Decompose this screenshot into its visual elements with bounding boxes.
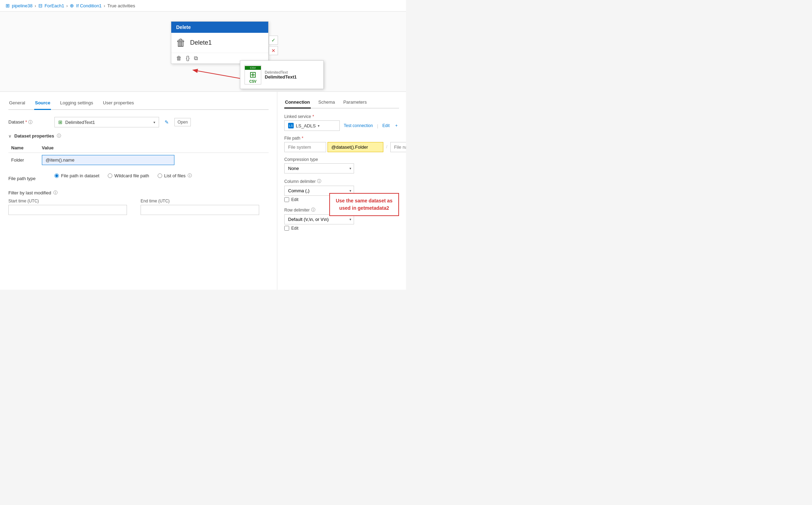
tab-schema[interactable]: Schema — [318, 97, 336, 109]
compression-type-select-wrapper: None GZip Deflate — [284, 163, 354, 173]
collapse-icon[interactable]: ∨ — [8, 134, 12, 139]
test-connection-button[interactable]: Test connection — [343, 122, 374, 129]
tab-source[interactable]: Source — [34, 97, 51, 110]
column-delimiter-info-icon[interactable]: ⓘ — [317, 178, 321, 184]
col-name: Name — [8, 143, 39, 153]
start-time-label: Start time (UTC) — [8, 199, 136, 203]
tab-logging[interactable]: Logging settings — [59, 97, 94, 110]
dataset-info-icon[interactable]: ⓘ — [28, 120, 32, 125]
radio-list-of-files[interactable]: List of files ⓘ — [158, 173, 192, 179]
linked-service-row: LS LS_ADLS ▾ Test connection | Edit + — [284, 120, 399, 131]
filename-input[interactable] — [390, 142, 406, 152]
prop-name-folder: Folder — [8, 153, 39, 168]
delete-card-name: Delete1 — [190, 39, 212, 46]
dataset-name: DelimitedText1 — [265, 74, 297, 80]
dataset-dropdown-arrow: ▾ — [153, 120, 155, 124]
filesystem-input[interactable] — [284, 142, 326, 152]
dataset-properties-title: Dataset properties — [14, 133, 54, 139]
canvas-area: Delete 🗑 Delete1 🗑 {} ⧉ ✓ ✕ CSV ⊞ CSV — [0, 12, 406, 92]
breadcrumb-foreach[interactable]: ForEach1 — [45, 3, 64, 8]
delete-card-header: Delete — [171, 22, 268, 33]
delete-card: Delete 🗑 Delete1 🗑 {} ⧉ ✓ ✕ — [171, 21, 269, 64]
pipeline-icon: ⊞ — [6, 3, 10, 8]
ls-value: LS_ADLS — [296, 123, 316, 128]
delete-card-actions: ✓ ✕ — [269, 36, 278, 55]
linked-service-required: * — [313, 114, 314, 119]
compression-type-field: Compression type None GZip Deflate — [284, 157, 399, 173]
list-of-files-info-icon[interactable]: ⓘ — [188, 173, 192, 179]
delete-toolbar-copy-icon[interactable]: ⧉ — [194, 55, 198, 61]
delete-toolbar-delete-icon[interactable]: 🗑 — [176, 55, 182, 61]
confirm-button[interactable]: ✓ — [269, 36, 278, 45]
breadcrumb: ⊞ pipeline38 › ⊟ ForEach1 › ⊕ If Conditi… — [0, 0, 406, 12]
linked-service-label: Linked service * — [284, 114, 399, 119]
time-inputs: Start time (UTC) End time (UTC) — [8, 199, 269, 215]
end-time-label: End time (UTC) — [141, 199, 269, 203]
delete-toolbar-code-icon[interactable]: {} — [186, 55, 190, 61]
folder-value-input[interactable] — [42, 155, 174, 165]
linked-service-select[interactable]: LS LS_ADLS ▾ — [284, 120, 340, 131]
filter-label: Filter by last modified ⓘ — [8, 190, 269, 196]
delete-large-icon: 🗑 — [176, 37, 186, 49]
delete-card-title: Delete — [176, 24, 191, 30]
dataset-label: Dataset * ⓘ — [8, 119, 50, 125]
breadcrumb-sep-3: › — [104, 3, 105, 8]
right-tabs: Connection Schema Parameters — [284, 97, 399, 109]
prop-value-folder — [39, 153, 269, 168]
callout-box: Use the same dataset as used in getmetad… — [329, 193, 399, 216]
bottom-panel: General Source Logging settings User pro… — [0, 92, 406, 290]
compression-type-label: Compression type — [284, 157, 399, 162]
callout-text: Use the same dataset as used in getmetad… — [335, 197, 393, 212]
dataset-type: DelimitedText — [265, 70, 297, 74]
filter-info-icon[interactable]: ⓘ — [53, 190, 58, 196]
properties-table: Name Value Folder — [8, 143, 269, 167]
dataset-properties-info-icon[interactable]: ⓘ — [57, 133, 61, 139]
file-path-field: File path * / — [284, 136, 399, 152]
linked-service-field: Linked service * LS LS_ADLS ▾ Test conne… — [284, 114, 399, 131]
tab-parameters[interactable]: Parameters — [343, 97, 367, 109]
radio-file-path-in-dataset[interactable]: File path in dataset — [54, 173, 99, 178]
ls-icon: LS — [288, 123, 294, 128]
row-delimiter-edit-checkbox[interactable] — [284, 226, 289, 231]
file-path-type-label: File path type — [8, 176, 50, 181]
dataset-tooltip-card: CSV ⊞ CSV DelimitedText DelimitedText1 — [240, 60, 324, 89]
ifcondition-icon: ⊕ — [70, 3, 74, 8]
col-value: Value — [39, 143, 269, 153]
dataset-open-button[interactable]: Open — [174, 118, 191, 126]
dataset-edit-button[interactable]: ✎ — [163, 118, 170, 126]
row-delimiter-info-icon[interactable]: ⓘ — [311, 207, 315, 213]
tab-connection[interactable]: Connection — [284, 97, 311, 109]
linked-service-edit-button[interactable]: Edit — [381, 122, 391, 129]
row-delimiter-edit-row: Edit — [284, 226, 399, 231]
table-row: Folder — [8, 153, 269, 168]
linked-service-add-button[interactable]: + — [394, 122, 399, 129]
dataset-select[interactable]: ⊞ DelimitedText1 ▾ — [54, 117, 159, 127]
radio-group: File path in dataset Wildcard file path … — [54, 173, 192, 179]
breadcrumb-pipeline[interactable]: pipeline38 — [12, 3, 32, 8]
column-delimiter-label: Column delimiter ⓘ — [284, 178, 399, 184]
tab-user-properties[interactable]: User properties — [102, 97, 135, 110]
foreach-icon: ⊟ — [38, 3, 43, 8]
activity-tabs: General Source Logging settings User pro… — [8, 97, 269, 110]
compression-type-select[interactable]: None GZip Deflate — [284, 163, 354, 173]
right-panel: Connection Schema Parameters Linked serv… — [277, 92, 406, 290]
breadcrumb-sep-1: › — [35, 3, 36, 8]
breadcrumb-ifcondition[interactable]: If Condition1 — [76, 3, 102, 8]
radio-wildcard-file-path[interactable]: Wildcard file path — [108, 173, 149, 178]
start-time-input[interactable] — [8, 205, 127, 215]
column-delimiter-edit-label: Edit — [291, 197, 299, 202]
end-time-input[interactable] — [141, 205, 259, 215]
dataset-row: Dataset * ⓘ ⊞ DelimitedText1 ▾ ✎ Open — [8, 117, 269, 127]
filter-by-last-modified-section: Filter by last modified ⓘ Start time (UT… — [8, 190, 269, 215]
cancel-button[interactable]: ✕ — [269, 46, 278, 55]
start-time-group: Start time (UTC) — [8, 199, 136, 215]
ls-dropdown-arrow: ▾ — [318, 124, 319, 128]
dataset-info: DelimitedText DelimitedText1 — [265, 70, 297, 80]
tab-general[interactable]: General — [8, 97, 26, 110]
folder-input[interactable] — [328, 142, 383, 152]
column-delimiter-edit-checkbox[interactable] — [284, 197, 289, 202]
dataset-properties-section: ∨ Dataset properties ⓘ Name Value Folder — [8, 133, 269, 167]
row-delimiter-edit-label: Edit — [291, 226, 299, 231]
delete-card-body: 🗑 Delete1 — [171, 33, 268, 53]
breadcrumb-sep-2: › — [66, 3, 68, 8]
